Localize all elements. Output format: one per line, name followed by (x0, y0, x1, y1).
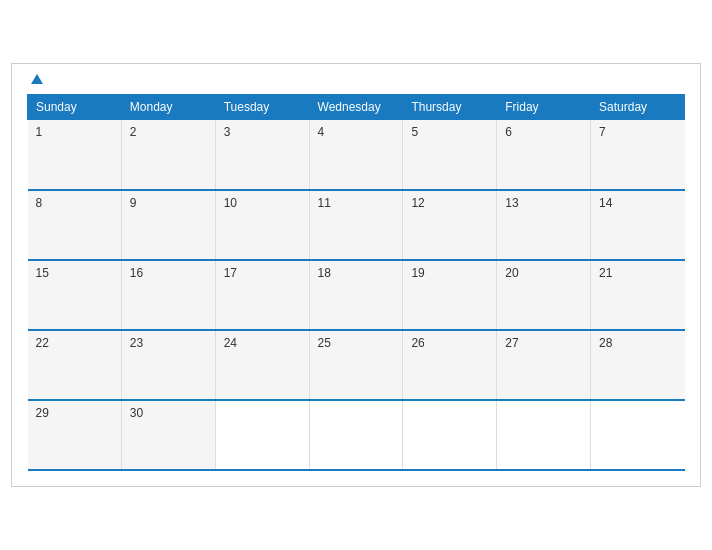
calendar-cell: 24 (215, 330, 309, 400)
calendar-cell: 10 (215, 190, 309, 260)
day-number: 23 (130, 336, 143, 350)
day-number: 2 (130, 125, 137, 139)
calendar-week-row: 22232425262728 (28, 330, 685, 400)
day-number: 28 (599, 336, 612, 350)
calendar-cell: 28 (591, 330, 685, 400)
calendar-cell: 20 (497, 260, 591, 330)
calendar-cell: 3 (215, 120, 309, 190)
calendar-cell (215, 400, 309, 470)
day-number: 22 (36, 336, 49, 350)
calendar-cell: 2 (121, 120, 215, 190)
calendar-cell: 27 (497, 330, 591, 400)
calendar-week-row: 15161718192021 (28, 260, 685, 330)
logo-triangle-icon (31, 74, 43, 84)
day-number: 1 (36, 125, 43, 139)
calendar-cell: 8 (28, 190, 122, 260)
day-number: 16 (130, 266, 143, 280)
weekday-header-friday: Friday (497, 95, 591, 120)
calendar-cell: 11 (309, 190, 403, 260)
day-number: 13 (505, 196, 518, 210)
weekday-header-thursday: Thursday (403, 95, 497, 120)
calendar-cell: 18 (309, 260, 403, 330)
calendar-cell: 15 (28, 260, 122, 330)
day-number: 10 (224, 196, 237, 210)
weekday-header-sunday: Sunday (28, 95, 122, 120)
day-number: 6 (505, 125, 512, 139)
day-number: 19 (411, 266, 424, 280)
calendar-cell (591, 400, 685, 470)
calendar-cell (497, 400, 591, 470)
day-number: 15 (36, 266, 49, 280)
day-number: 26 (411, 336, 424, 350)
calendar-container: SundayMondayTuesdayWednesdayThursdayFrid… (11, 63, 701, 487)
calendar-cell: 26 (403, 330, 497, 400)
weekday-header-row: SundayMondayTuesdayWednesdayThursdayFrid… (28, 95, 685, 120)
weekday-header-saturday: Saturday (591, 95, 685, 120)
calendar-body: 1234567891011121314151617181920212223242… (28, 120, 685, 470)
calendar-cell: 21 (591, 260, 685, 330)
day-number: 12 (411, 196, 424, 210)
day-number: 9 (130, 196, 137, 210)
calendar-cell: 12 (403, 190, 497, 260)
day-number: 7 (599, 125, 606, 139)
day-number: 4 (318, 125, 325, 139)
weekday-header-monday: Monday (121, 95, 215, 120)
day-number: 14 (599, 196, 612, 210)
weekday-header-tuesday: Tuesday (215, 95, 309, 120)
calendar-cell: 9 (121, 190, 215, 260)
calendar-header (27, 74, 685, 84)
day-number: 17 (224, 266, 237, 280)
calendar-cell: 1 (28, 120, 122, 190)
day-number: 8 (36, 196, 43, 210)
calendar-cell: 30 (121, 400, 215, 470)
day-number: 29 (36, 406, 49, 420)
day-number: 11 (318, 196, 331, 210)
calendar-table: SundayMondayTuesdayWednesdayThursdayFrid… (27, 94, 685, 471)
day-number: 5 (411, 125, 418, 139)
logo-blue-text (27, 74, 43, 84)
day-number: 24 (224, 336, 237, 350)
calendar-thead: SundayMondayTuesdayWednesdayThursdayFrid… (28, 95, 685, 120)
calendar-cell: 4 (309, 120, 403, 190)
calendar-cell (309, 400, 403, 470)
calendar-cell: 7 (591, 120, 685, 190)
calendar-cell: 13 (497, 190, 591, 260)
day-number: 3 (224, 125, 231, 139)
calendar-cell: 25 (309, 330, 403, 400)
day-number: 25 (318, 336, 331, 350)
calendar-cell: 6 (497, 120, 591, 190)
calendar-week-row: 1234567 (28, 120, 685, 190)
calendar-cell: 17 (215, 260, 309, 330)
calendar-week-row: 2930 (28, 400, 685, 470)
day-number: 30 (130, 406, 143, 420)
calendar-cell: 22 (28, 330, 122, 400)
weekday-header-wednesday: Wednesday (309, 95, 403, 120)
day-number: 20 (505, 266, 518, 280)
day-number: 27 (505, 336, 518, 350)
calendar-cell: 23 (121, 330, 215, 400)
calendar-cell: 14 (591, 190, 685, 260)
calendar-cell: 19 (403, 260, 497, 330)
calendar-cell: 29 (28, 400, 122, 470)
calendar-cell (403, 400, 497, 470)
day-number: 18 (318, 266, 331, 280)
day-number: 21 (599, 266, 612, 280)
calendar-cell: 5 (403, 120, 497, 190)
calendar-week-row: 891011121314 (28, 190, 685, 260)
calendar-cell: 16 (121, 260, 215, 330)
logo (27, 74, 43, 84)
